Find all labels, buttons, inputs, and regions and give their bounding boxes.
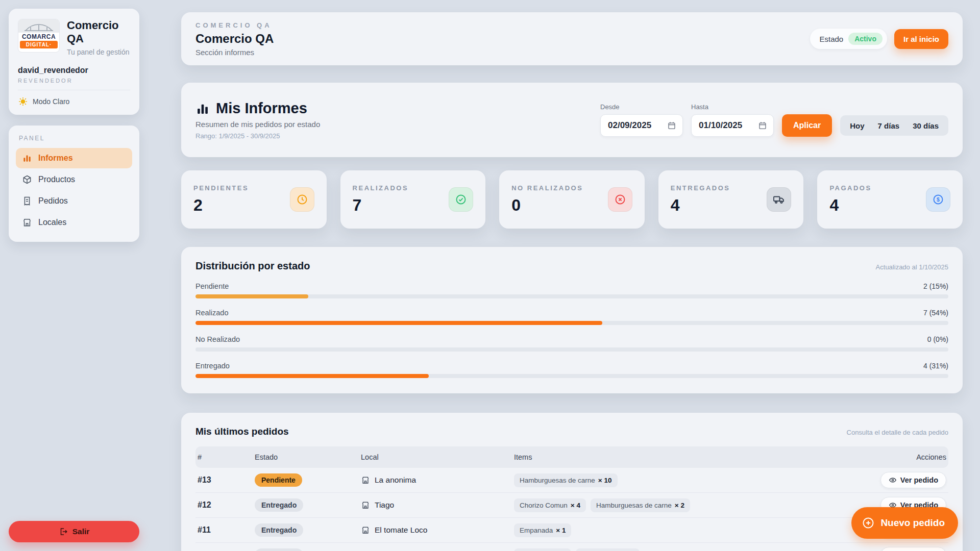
stat-label: PAGADOS [829, 184, 871, 192]
order-items: Empanada× 1 [512, 523, 862, 537]
apply-button[interactable]: Aplicar [782, 114, 832, 137]
distribution-row: Pendiente 2 (15%) [195, 282, 948, 298]
stat-card-entregados: ENTREGADOS 4 [658, 170, 804, 229]
calendar-icon [667, 121, 676, 130]
distribution-title: Distribución por estado [195, 260, 310, 272]
distribution-row: Entregado 4 (31%) [195, 362, 948, 378]
dist-value: 0 (0%) [927, 335, 948, 343]
x-circle-icon [608, 187, 632, 212]
new-order-button[interactable]: Nuevo pedido [851, 507, 958, 539]
status-pill: Estado Activo [810, 29, 887, 49]
item-chip: Chorizo Comun× 4 [514, 498, 586, 512]
date-from-input[interactable]: 02/09/2025 [600, 114, 683, 137]
logo-text-comarca: COMARCA [18, 33, 59, 41]
plus-circle-icon [862, 516, 875, 530]
store-icon [361, 475, 370, 485]
quick-range-hoy[interactable]: Hoy [843, 118, 871, 134]
nav-label-informes: Informes [38, 154, 73, 163]
view-order-label: Ver pedido [900, 476, 938, 484]
stat-card-realizados: REALIZADOS 7 [340, 170, 486, 229]
order-items: Hamburguesas de carne× 10 [512, 473, 862, 487]
sidebar-item-informes[interactable]: Informes [16, 148, 132, 168]
svg-text:$: $ [937, 196, 940, 203]
page-title: Comercio QA [195, 32, 274, 46]
dist-label: Pendiente [195, 282, 229, 290]
date-to-value: 01/10/2025 [699, 120, 742, 131]
sun-icon [18, 96, 28, 107]
header-eyebrow: COMERCIO QA [195, 21, 274, 29]
page-header: COMERCIO QA Comercio QA Sección informes… [181, 12, 963, 65]
order-status-badge: Entregado [255, 498, 303, 512]
bridge-image [18, 19, 59, 33]
order-id: #12 [195, 500, 253, 510]
new-order-label: Nuevo pedido [880, 517, 945, 529]
reports-title: Mis Informes [216, 100, 307, 117]
date-from-value: 02/09/2025 [608, 120, 651, 131]
col-id: # [195, 453, 253, 461]
order-items: Empanada× 6Pizza Jamon× 4 [512, 548, 862, 551]
go-home-button[interactable]: Ir al inicio [894, 29, 948, 49]
truck-icon [767, 187, 791, 212]
calendar-icon [758, 121, 767, 130]
receipt-icon [22, 196, 32, 206]
order-local-name: El tomate Loco [375, 525, 427, 535]
table-row: #10 Entregado Local Norte Empanada× 6Piz… [195, 543, 948, 551]
order-id: #13 [195, 475, 253, 485]
quick-range-7dias[interactable]: 7 días [871, 118, 906, 134]
order-local-name: La anonima [375, 475, 416, 485]
item-chip: Empanada× 6 [514, 548, 571, 551]
distribution-updated: Actualizado al 1/10/2025 [876, 263, 948, 271]
orders-table-header: # Estado Local Items Acciones [195, 446, 948, 468]
stat-value: 7 [353, 196, 409, 215]
box-icon [22, 174, 32, 185]
bar-track [195, 374, 948, 378]
view-order-button[interactable]: Ver pedido [880, 472, 946, 488]
bar-fill [195, 321, 602, 325]
dollar-circle-icon: $ [926, 187, 950, 212]
reports-chart-icon [195, 102, 210, 116]
orders-hint: Consulta el detalle de cada pedido [847, 429, 948, 436]
brand-card: COMARCA DIGITAL· Comercio QA Tu panel de… [9, 9, 139, 115]
view-order-button[interactable]: Ver pedido [880, 547, 946, 551]
item-chip: Pizza Jamon× 4 [576, 548, 639, 551]
clock-icon [290, 187, 314, 212]
order-items: Chorizo Comun× 4Hamburguesas de carne× 2 [512, 498, 862, 512]
user-role: REVENDEDOR [18, 78, 130, 84]
stat-label: NO REALIZADOS [511, 184, 583, 192]
sidebar-item-locales[interactable]: Locales [16, 212, 132, 233]
status-badge: Activo [848, 33, 883, 45]
dist-value: 2 (15%) [923, 282, 948, 290]
dist-value: 4 (31%) [923, 362, 948, 370]
stat-value: 4 [671, 196, 730, 215]
item-chip: Empanada× 1 [514, 523, 571, 537]
distribution-row: Realizado 7 (54%) [195, 309, 948, 325]
stats-row: PENDIENTES 2 REALIZADOS 7 NO REALI [181, 170, 963, 229]
username: david_revendedor [18, 66, 130, 75]
order-status-badge: Entregado [255, 548, 303, 551]
col-acciones: Acciones [862, 453, 948, 461]
app-subtitle: Tu panel de gestión [67, 48, 130, 57]
date-to-input[interactable]: 01/10/2025 [691, 114, 774, 137]
table-row: #13 Pendiente La anonima Hamburguesas de… [195, 468, 948, 493]
comarca-digital-logo: COMARCA DIGITAL· [18, 19, 60, 53]
bar-fill [195, 374, 429, 378]
bar-track [195, 347, 948, 352]
logout-button[interactable]: Salir [9, 521, 139, 542]
orders-title: Mis últimos pedidos [195, 426, 289, 437]
dist-label: Entregado [195, 362, 230, 370]
sidebar-item-pedidos[interactable]: Pedidos [16, 191, 132, 211]
theme-toggle[interactable]: Modo Claro [18, 96, 130, 107]
col-estado: Estado [253, 453, 359, 461]
status-label: Estado [819, 35, 843, 43]
bar-fill [195, 294, 308, 298]
stat-value: 0 [511, 196, 583, 215]
stat-card-no-realizados: NO REALIZADOS 0 [499, 170, 645, 229]
eye-icon [889, 476, 897, 484]
divider [18, 90, 130, 90]
sidebar-item-productos[interactable]: Productos [16, 169, 132, 190]
page-subtitle: Sección informes [195, 48, 274, 57]
item-chip: Hamburguesas de carne× 2 [591, 498, 690, 512]
quick-range-30dias[interactable]: 30 días [906, 118, 945, 134]
table-row: #11 Entregado El tomate Loco Empanada× 1… [195, 518, 948, 543]
panel-label: PANEL [19, 135, 132, 142]
